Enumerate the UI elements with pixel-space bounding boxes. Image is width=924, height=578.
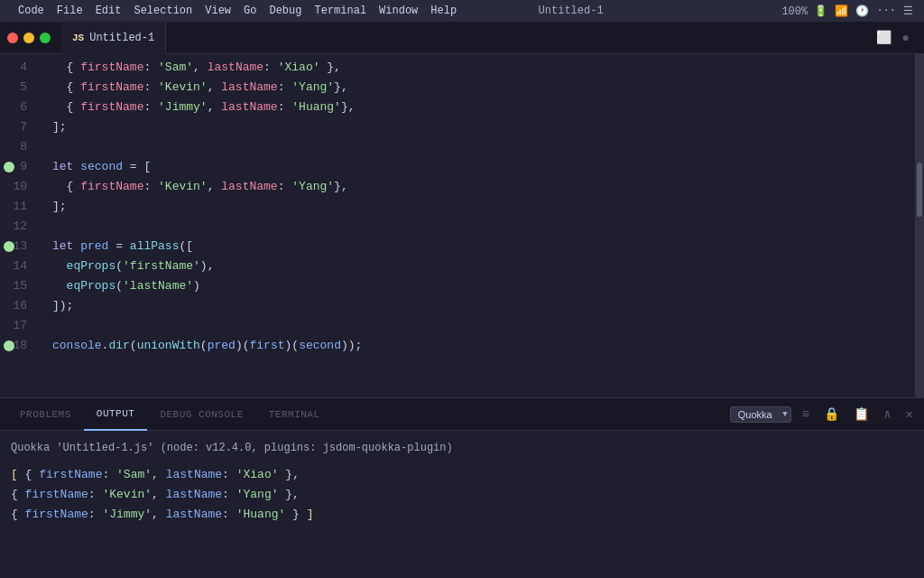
menu-edit[interactable]: Edit — [96, 5, 122, 17]
quokka-info: Quokka 'Untitled-1.js' (node: v12.4.0, p… — [11, 438, 913, 458]
scrollbar[interactable] — [915, 54, 924, 397]
minimize-button[interactable] — [23, 33, 34, 43]
more-icon[interactable]: ··· — [876, 5, 896, 17]
tab-terminal[interactable]: TERMINAL — [256, 398, 333, 431]
menu-debug[interactable]: Debug — [269, 5, 301, 17]
menu-go[interactable]: Go — [244, 5, 256, 17]
line-15: 15 — [0, 276, 34, 296]
line-11: 11 — [0, 197, 34, 217]
quokka-select-wrapper: Quokka ▼ — [730, 406, 791, 423]
breakpoint-9 — [4, 162, 14, 172]
close-button[interactable] — [7, 33, 18, 43]
code-line-8 — [52, 137, 924, 157]
output-line-3: { firstName: 'Jimmy', lastName: 'Huang' … — [11, 505, 913, 525]
menu-file[interactable]: File — [57, 5, 83, 17]
line-14: 14 — [0, 256, 34, 276]
window-title: Untitled-1 — [457, 5, 685, 17]
menu-selection[interactable]: Selection — [134, 5, 192, 17]
bottom-panel: PROBLEMS OUTPUT DEBUG CONSOLE TERMINAL Q… — [0, 397, 924, 578]
code-line-7: ]; — [52, 117, 924, 137]
line-18: 18 — [0, 336, 34, 356]
menu-terminal[interactable]: Terminal — [314, 5, 366, 17]
panel-tabs: PROBLEMS OUTPUT DEBUG CONSOLE TERMINAL Q… — [0, 398, 924, 431]
code-line-4: { firstName: 'Sam', lastName: 'Xiao' }, — [52, 58, 924, 78]
code-content[interactable]: { firstName: 'Sam', lastName: 'Xiao' }, … — [45, 54, 924, 397]
copy-icon-btn[interactable]: 📋 — [850, 405, 873, 424]
lock-icon-btn[interactable]: 🔒 — [820, 405, 843, 424]
code-line-18: console.dir(unionWith(pred)(first)(secon… — [52, 336, 924, 356]
tab-right-icons: ⬜ ● — [876, 30, 917, 45]
code-line-10: { firstName: 'Kevin', lastName: 'Yang'}, — [52, 177, 924, 197]
clock-icon: 🕐 — [855, 5, 869, 18]
scrollbar-thumb[interactable] — [917, 163, 922, 217]
code-line-14: eqProps('firstName'), — [52, 256, 924, 276]
title-bar-left: Code File Edit Selection View Go Debug T… — [11, 5, 457, 17]
menu-view[interactable]: View — [205, 5, 231, 17]
title-bar: Code File Edit Selection View Go Debug T… — [0, 0, 924, 22]
line-numbers: 4 5 6 7 8 9 10 11 12 13 14 15 16 17 18 — [0, 54, 45, 397]
output-line-1: [ { firstName: 'Sam', lastName: 'Xiao' }… — [11, 465, 913, 485]
code-line-15: eqProps('lastName') — [52, 276, 924, 296]
breakpoint-18 — [4, 340, 14, 351]
code-line-12 — [52, 217, 924, 237]
line-10: 10 — [0, 177, 34, 197]
line-12: 12 — [0, 217, 34, 237]
editor: 4 5 6 7 8 9 10 11 12 13 14 15 16 17 18 {… — [0, 54, 924, 397]
maximize-button[interactable] — [40, 33, 51, 43]
code-line-11: ]; — [52, 197, 924, 217]
line-7: 7 — [0, 117, 34, 137]
line-9: 9 — [0, 157, 34, 177]
close-panel-btn[interactable]: ✕ — [902, 405, 917, 424]
line-8: 8 — [0, 137, 34, 157]
line-6: 6 — [0, 98, 34, 117]
menu-icon[interactable]: ☰ — [903, 5, 913, 18]
editor-tab[interactable]: JS Untitled-1 — [61, 22, 166, 54]
output-line-2: { firstName: 'Kevin', lastName: 'Yang' }… — [11, 485, 913, 505]
menu-window[interactable]: Window — [379, 5, 418, 17]
panel-content: Quokka 'Untitled-1.js' (node: v12.4.0, p… — [0, 431, 924, 578]
line-13: 13 — [0, 237, 34, 256]
menu-bar: Code File Edit Selection View Go Debug T… — [18, 5, 457, 17]
battery-status: 100% 🔋 — [781, 5, 827, 18]
tab-label: Untitled-1 — [89, 32, 154, 44]
split-editor-icon[interactable]: ⬜ — [876, 30, 892, 45]
tab-debug-console[interactable]: DEBUG CONSOLE — [147, 398, 255, 431]
menu-code[interactable]: Code — [18, 5, 44, 17]
code-line-13: let pred = allPass([ — [52, 237, 924, 256]
title-bar-right: 100% 🔋 📶 🕐 ··· ☰ — [685, 5, 913, 18]
tab-problems[interactable]: PROBLEMS — [7, 398, 84, 431]
tab-bar: JS Untitled-1 ⬜ ● — [0, 22, 924, 54]
dot-icon: ● — [902, 31, 910, 45]
code-line-5: { firstName: 'Kevin', lastName: 'Yang'}, — [52, 78, 924, 98]
traffic-lights — [7, 33, 51, 43]
chevron-up-icon-btn[interactable]: ∧ — [880, 405, 894, 424]
line-4: 4 — [0, 58, 34, 78]
wifi-icon: 📶 — [835, 5, 848, 18]
line-5: 5 — [0, 78, 34, 98]
list-icon-btn[interactable]: ≡ — [799, 406, 813, 424]
code-line-16: ]); — [52, 296, 924, 316]
quokka-select[interactable]: Quokka — [730, 406, 791, 423]
code-line-17 — [52, 316, 924, 336]
menu-help[interactable]: Help — [430, 5, 457, 17]
code-line-6: { firstName: 'Jimmy', lastName: 'Huang'}… — [52, 98, 924, 117]
code-line-9: let second = [ — [52, 157, 924, 177]
js-icon: JS — [72, 33, 84, 43]
line-16: 16 — [0, 296, 34, 316]
tab-output[interactable]: OUTPUT — [84, 398, 148, 431]
line-17: 17 — [0, 316, 34, 336]
breakpoint-13 — [4, 241, 14, 252]
panel-tab-right: Quokka ▼ ≡ 🔒 📋 ∧ ✕ — [730, 405, 917, 424]
